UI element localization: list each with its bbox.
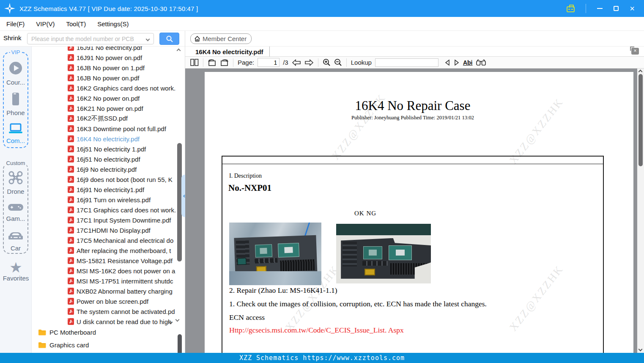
highlight-all-button[interactable] <box>476 59 486 66</box>
star-icon: ★ <box>9 260 22 275</box>
tree-scroll-down-icon[interactable] <box>175 318 180 322</box>
list-item-file[interactable]: 16j9 does not boot (boot run 55, K <box>32 174 175 184</box>
sidebar-item-drone[interactable]: Drone <box>4 170 27 195</box>
list-item-file[interactable]: 16J91 No power on.pdf <box>32 52 175 63</box>
viewer-scrollbar[interactable] <box>637 69 644 353</box>
next-page-button[interactable] <box>304 59 314 66</box>
menu-item-toolt[interactable]: Tool(T) <box>66 20 86 28</box>
page-number-input[interactable] <box>258 58 280 67</box>
menu-item-filef[interactable]: File(F) <box>6 20 25 28</box>
list-item-file[interactable]: 16K2 Graphics card does not work. <box>32 83 175 93</box>
zoom-out-button[interactable] <box>334 58 342 66</box>
list-item-file[interactable]: 16j9 No electricity.pdf <box>32 164 175 174</box>
shrink-button[interactable]: Shrink <box>3 34 22 41</box>
zoom-in-button[interactable] <box>323 58 331 66</box>
file-name: 16K4 No electricity.pdf <box>77 135 140 143</box>
maximize-button[interactable] <box>614 6 619 11</box>
tree-scroll-up-icon[interactable] <box>177 49 181 53</box>
title-bar: XZZ Schematics V4.77 [ VIP Due date: 202… <box>0 0 644 17</box>
sidebar-item-gam[interactable]: Gam... <box>4 203 27 222</box>
member-center-button[interactable]: Member Center <box>190 33 252 44</box>
menu-item-vipv[interactable]: VIP(V) <box>36 20 55 28</box>
list-item-file[interactable]: 16K4 No electricity.pdf <box>32 134 175 144</box>
list-item-file[interactable]: 16K21 No power on.pdf <box>32 103 175 113</box>
viewer-scrollbar-thumb[interactable] <box>639 74 643 166</box>
toolbar-separator <box>203 58 203 67</box>
file-name: 16K3 Downtime pool not full.pdf <box>77 125 166 132</box>
vip-group-label: VIP <box>10 49 22 55</box>
pdf-file-icon <box>68 105 74 112</box>
list-item-file[interactable]: 16JB No power on 1.pdf <box>32 63 175 73</box>
case-box-header-line <box>222 164 603 164</box>
search-input[interactable] <box>27 33 154 44</box>
list-item-file[interactable]: 16j91 Turn on wireless.pdf <box>32 195 175 205</box>
list-item-file[interactable]: 16j51 No electricity 1.pdf <box>32 144 175 154</box>
license-briefcase-icon[interactable] <box>567 6 575 12</box>
list-item-file[interactable]: After replacing the motherboard, t <box>32 245 175 256</box>
lookup-input[interactable] <box>375 58 438 67</box>
file-name: 16j91 No electricity1.pdf <box>77 186 144 193</box>
list-item-file[interactable]: 17C1 Graphics card does not work. <box>32 205 175 215</box>
list-item-file[interactable]: 16J91 No electricity.pdf <box>32 47 175 52</box>
sidebar-item-car[interactable]: Car <box>4 231 27 252</box>
find-previous-button[interactable] <box>444 59 450 66</box>
sidebar-item-com[interactable]: Com... <box>4 123 27 144</box>
menu-item-settingss[interactable]: Settings(S) <box>97 20 129 28</box>
sidebar-item-cour[interactable]: Cour... <box>4 60 27 86</box>
list-item-file[interactable]: 16JB No power on.pdf <box>32 73 175 83</box>
tab-16k4-no-electricity[interactable]: 16K4 No electricity.pdf <box>195 47 270 57</box>
close-all-tabs-button[interactable]: × <box>631 48 639 55</box>
list-item-folder[interactable]: Graphics card <box>32 338 175 351</box>
match-case-button[interactable]: Abi <box>463 59 473 66</box>
ecn-link[interactable]: Http://gcsecis.msi.com.tw/Code/C_ECIS_Is… <box>229 326 404 335</box>
file-name: 16J91 No power on.pdf <box>77 54 142 61</box>
list-item-file[interactable]: 17C1HDMI No Display.pdf <box>32 225 175 235</box>
pdf-toolbar: Page: /3 Lookup Abi <box>185 57 644 69</box>
sidebar-item-phone[interactable]: Phone <box>4 92 27 116</box>
list-item-file[interactable]: 17C5 Mechanical and electrical do <box>32 235 175 245</box>
list-item-file[interactable]: MSI MS-17P51 intermittent shutdc <box>32 276 175 286</box>
toolbar-separator <box>346 58 347 67</box>
file-name: 17C1HDMI No Display.pdf <box>77 227 151 234</box>
find-next-button[interactable] <box>454 59 460 66</box>
header-band: Shrink Member Center <box>0 31 644 47</box>
scroll-up-icon[interactable] <box>639 70 643 74</box>
close-button[interactable]: × <box>630 4 635 13</box>
pdf-file-icon <box>68 308 74 315</box>
file-tree-panel: 16J91 No electricity.pdf16J91 No power o… <box>32 47 185 353</box>
panel-scrollbar-thumb[interactable] <box>178 334 182 353</box>
list-item-file[interactable]: The system cannot be activated.pd <box>32 306 175 316</box>
list-item-file[interactable]: 16K3 Downtime pool not full.pdf <box>32 124 175 134</box>
list-item-file[interactable]: MSI MS-16K2 does not power on a <box>32 266 175 276</box>
pdf-viewer: XZZ@XZZHKXZZ@XZZHKXZZ@XZZHKXZZ@XZZHK 16K… <box>185 69 644 353</box>
list-item-file[interactable]: 16j91 No electricity1.pdf <box>32 184 175 195</box>
two-page-view-button[interactable] <box>190 59 199 66</box>
sidebar-item-label: Car <box>11 245 21 252</box>
search-button[interactable] <box>159 33 179 45</box>
scroll-down-icon[interactable] <box>639 347 643 352</box>
list-item-file[interactable]: Power on blue screen.pdf <box>32 296 175 306</box>
pdf-file-icon <box>68 217 74 223</box>
rotate-left-button[interactable] <box>208 59 216 66</box>
sidebar-item-favorites[interactable]: ★ Favorites <box>0 260 32 282</box>
list-item-file[interactable]: 17C1 Input System Downtime.pdf <box>32 215 175 225</box>
rotate-right-button[interactable] <box>220 59 229 66</box>
sidebar-item-label: Com... <box>6 137 25 144</box>
list-item-file[interactable]: 16K2不抓SSD.pdf <box>32 113 175 124</box>
case-number: No.-NXP01 <box>228 183 271 193</box>
list-item-file[interactable]: 16j51 No electricity.pdf <box>32 154 175 164</box>
ecn-access-line: ECN access <box>229 313 265 322</box>
file-name: The system cannot be activated.pd <box>77 308 175 315</box>
list-item-file[interactable]: 16K2 No power on.pdf <box>32 93 175 103</box>
list-item-file[interactable]: U disk cannot be read due to high <box>32 316 175 327</box>
list-item-file[interactable]: NXB02 Abnormal battery charging <box>32 286 175 296</box>
list-item-folder[interactable]: PC Motherboard <box>32 326 175 338</box>
home-icon <box>194 36 200 42</box>
previous-page-button[interactable] <box>292 59 301 66</box>
pdf-doc-title: 16K4 No Repair Case <box>222 98 604 113</box>
file-name: U disk cannot be read due to high <box>77 318 171 325</box>
pdf-file-icon <box>68 288 74 294</box>
list-item-file[interactable]: MS-15821 Resistance Voltage.pdf <box>32 256 175 266</box>
minimize-button[interactable] <box>597 8 603 9</box>
file-name: 17C1 Graphics card does not work. <box>77 206 175 214</box>
